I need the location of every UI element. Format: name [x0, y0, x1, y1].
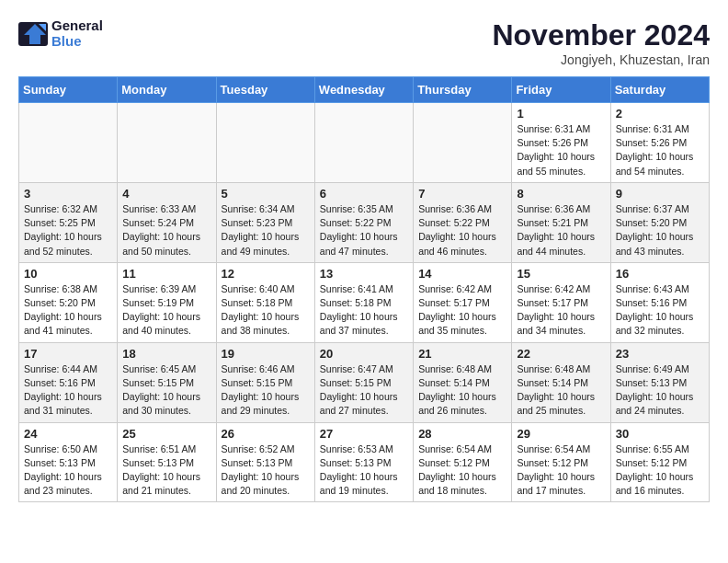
calendar-cell: 24Sunrise: 6:50 AMSunset: 5:13 PMDayligh…	[19, 422, 118, 502]
day-number: 12	[222, 267, 310, 281]
cell-info: Sunrise: 6:43 AMSunset: 5:16 PMDaylight:…	[616, 282, 704, 339]
week-row-2: 3Sunrise: 6:32 AMSunset: 5:25 PMDaylight…	[19, 182, 710, 262]
calendar-cell: 25Sunrise: 6:51 AMSunset: 5:13 PMDayligh…	[118, 422, 216, 502]
day-number: 2	[616, 107, 704, 121]
day-number: 1	[517, 107, 605, 121]
page-header: General Blue November 2024 Jongiyeh, Khu…	[18, 18, 710, 67]
calendar-cell: 2Sunrise: 6:31 AMSunset: 5:26 PMDaylight…	[610, 103, 709, 183]
cell-info: Sunrise: 6:36 AMSunset: 5:22 PMDaylight:…	[418, 202, 506, 259]
day-number: 14	[418, 267, 506, 281]
calendar-cell: 22Sunrise: 6:48 AMSunset: 5:14 PMDayligh…	[512, 342, 610, 422]
calendar-cell: 1Sunrise: 6:31 AMSunset: 5:26 PMDaylight…	[512, 103, 610, 183]
cell-info: Sunrise: 6:31 AMSunset: 5:26 PMDaylight:…	[517, 122, 605, 178]
cell-info: Sunrise: 6:31 AMSunset: 5:26 PMDaylight:…	[616, 122, 704, 178]
header-thursday: Thursday	[414, 77, 512, 103]
cell-info: Sunrise: 6:54 AMSunset: 5:12 PMDaylight:…	[418, 442, 506, 499]
cell-info: Sunrise: 6:46 AMSunset: 5:15 PMDaylight:…	[222, 362, 310, 419]
cell-info: Sunrise: 6:52 AMSunset: 5:13 PMDaylight:…	[222, 442, 310, 499]
day-number: 11	[122, 267, 210, 281]
week-row-5: 24Sunrise: 6:50 AMSunset: 5:13 PMDayligh…	[19, 422, 710, 502]
calendar-cell	[216, 103, 314, 183]
logo-blue: Blue	[51, 33, 82, 49]
cell-info: Sunrise: 6:35 AMSunset: 5:22 PMDaylight:…	[320, 202, 408, 259]
header-saturday: Saturday	[610, 77, 709, 103]
cell-info: Sunrise: 6:51 AMSunset: 5:13 PMDaylight:…	[122, 442, 210, 499]
calendar-cell: 12Sunrise: 6:40 AMSunset: 5:18 PMDayligh…	[216, 262, 314, 342]
calendar-cell: 3Sunrise: 6:32 AMSunset: 5:25 PMDaylight…	[19, 182, 118, 262]
day-number: 29	[517, 427, 605, 441]
cell-info: Sunrise: 6:48 AMSunset: 5:14 PMDaylight:…	[517, 362, 605, 419]
header-wednesday: Wednesday	[314, 77, 413, 103]
month-title: November 2024	[492, 18, 710, 52]
header-monday: Monday	[118, 77, 216, 103]
week-row-4: 17Sunrise: 6:44 AMSunset: 5:16 PMDayligh…	[19, 342, 710, 422]
cell-info: Sunrise: 6:54 AMSunset: 5:12 PMDaylight:…	[517, 442, 605, 499]
day-number: 26	[222, 427, 310, 441]
cell-info: Sunrise: 6:37 AMSunset: 5:20 PMDaylight:…	[616, 202, 704, 259]
day-number: 17	[24, 347, 112, 361]
day-number: 16	[616, 267, 704, 281]
calendar-cell	[414, 103, 512, 183]
day-number: 7	[418, 187, 506, 201]
calendar-cell: 4Sunrise: 6:33 AMSunset: 5:24 PMDaylight…	[118, 182, 216, 262]
day-number: 19	[222, 347, 310, 361]
calendar-cell: 28Sunrise: 6:54 AMSunset: 5:12 PMDayligh…	[414, 422, 512, 502]
day-number: 23	[616, 347, 704, 361]
calendar-cell: 19Sunrise: 6:46 AMSunset: 5:15 PMDayligh…	[216, 342, 314, 422]
cell-info: Sunrise: 6:34 AMSunset: 5:23 PMDaylight:…	[222, 202, 310, 259]
day-number: 6	[320, 187, 408, 201]
calendar-cell	[314, 103, 413, 183]
header-friday: Friday	[512, 77, 610, 103]
cell-info: Sunrise: 6:55 AMSunset: 5:12 PMDaylight:…	[616, 442, 704, 499]
calendar-cell: 6Sunrise: 6:35 AMSunset: 5:22 PMDaylight…	[314, 182, 413, 262]
cell-info: Sunrise: 6:50 AMSunset: 5:13 PMDaylight:…	[24, 442, 112, 499]
calendar-cell: 26Sunrise: 6:52 AMSunset: 5:13 PMDayligh…	[216, 422, 314, 502]
calendar-cell: 11Sunrise: 6:39 AMSunset: 5:19 PMDayligh…	[118, 262, 216, 342]
day-number: 4	[122, 187, 210, 201]
logo-icon	[18, 22, 48, 46]
calendar-cell: 20Sunrise: 6:47 AMSunset: 5:15 PMDayligh…	[314, 342, 413, 422]
day-number: 18	[122, 347, 210, 361]
weekday-header-row: SundayMondayTuesdayWednesdayThursdayFrid…	[19, 77, 710, 103]
day-number: 21	[418, 347, 506, 361]
logo: General Blue	[18, 18, 103, 49]
day-number: 20	[320, 347, 408, 361]
calendar-cell: 5Sunrise: 6:34 AMSunset: 5:23 PMDaylight…	[216, 182, 314, 262]
location-subtitle: Jongiyeh, Khuzestan, Iran	[492, 52, 710, 67]
day-number: 22	[517, 347, 605, 361]
day-number: 15	[517, 267, 605, 281]
cell-info: Sunrise: 6:36 AMSunset: 5:21 PMDaylight:…	[517, 202, 605, 259]
day-number: 10	[24, 267, 112, 281]
calendar-cell: 8Sunrise: 6:36 AMSunset: 5:21 PMDaylight…	[512, 182, 610, 262]
cell-info: Sunrise: 6:49 AMSunset: 5:13 PMDaylight:…	[616, 362, 704, 419]
cell-info: Sunrise: 6:44 AMSunset: 5:16 PMDaylight:…	[24, 362, 112, 419]
cell-info: Sunrise: 6:53 AMSunset: 5:13 PMDaylight:…	[320, 442, 408, 499]
cell-info: Sunrise: 6:32 AMSunset: 5:25 PMDaylight:…	[24, 202, 112, 259]
cell-info: Sunrise: 6:42 AMSunset: 5:17 PMDaylight:…	[418, 282, 506, 339]
cell-info: Sunrise: 6:47 AMSunset: 5:15 PMDaylight:…	[320, 362, 408, 419]
calendar-cell: 21Sunrise: 6:48 AMSunset: 5:14 PMDayligh…	[414, 342, 512, 422]
cell-info: Sunrise: 6:42 AMSunset: 5:17 PMDaylight:…	[517, 282, 605, 339]
week-row-1: 1Sunrise: 6:31 AMSunset: 5:26 PMDaylight…	[19, 103, 710, 183]
calendar-cell: 23Sunrise: 6:49 AMSunset: 5:13 PMDayligh…	[610, 342, 709, 422]
calendar-cell	[118, 103, 216, 183]
day-number: 30	[616, 427, 704, 441]
cell-info: Sunrise: 6:39 AMSunset: 5:19 PMDaylight:…	[122, 282, 210, 339]
header-tuesday: Tuesday	[216, 77, 314, 103]
calendar-cell: 29Sunrise: 6:54 AMSunset: 5:12 PMDayligh…	[512, 422, 610, 502]
cell-info: Sunrise: 6:48 AMSunset: 5:14 PMDaylight:…	[418, 362, 506, 419]
header-sunday: Sunday	[19, 77, 118, 103]
calendar-cell: 27Sunrise: 6:53 AMSunset: 5:13 PMDayligh…	[314, 422, 413, 502]
day-number: 25	[122, 427, 210, 441]
cell-info: Sunrise: 6:45 AMSunset: 5:15 PMDaylight:…	[122, 362, 210, 419]
cell-info: Sunrise: 6:40 AMSunset: 5:18 PMDaylight:…	[222, 282, 310, 339]
title-block: November 2024 Jongiyeh, Khuzestan, Iran	[492, 18, 710, 67]
day-number: 24	[24, 427, 112, 441]
day-number: 28	[418, 427, 506, 441]
day-number: 8	[517, 187, 605, 201]
calendar-cell: 30Sunrise: 6:55 AMSunset: 5:12 PMDayligh…	[610, 422, 709, 502]
calendar-cell: 16Sunrise: 6:43 AMSunset: 5:16 PMDayligh…	[610, 262, 709, 342]
day-number: 3	[24, 187, 112, 201]
calendar-cell: 15Sunrise: 6:42 AMSunset: 5:17 PMDayligh…	[512, 262, 610, 342]
calendar-cell: 7Sunrise: 6:36 AMSunset: 5:22 PMDaylight…	[414, 182, 512, 262]
